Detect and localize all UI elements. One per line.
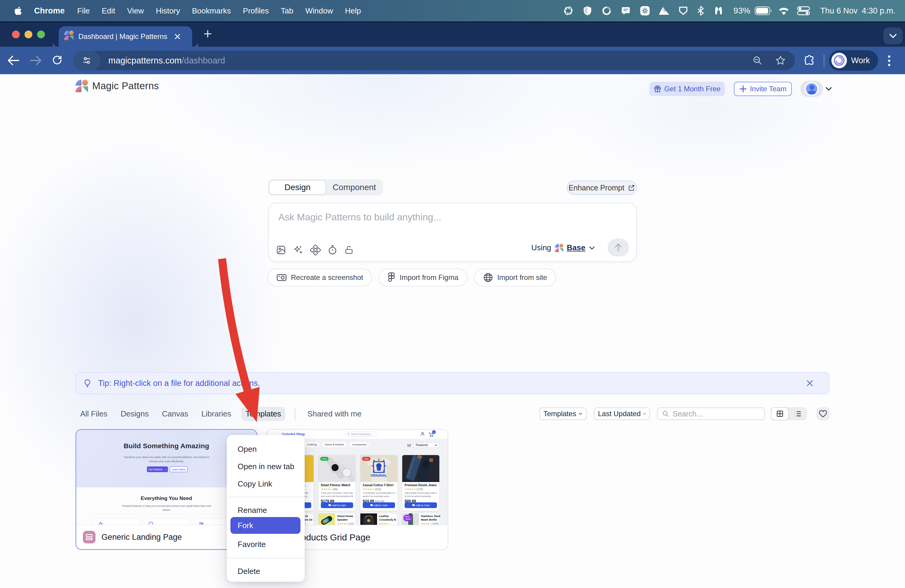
- svg-text:ORIGINAL: ORIGINAL: [371, 474, 387, 477]
